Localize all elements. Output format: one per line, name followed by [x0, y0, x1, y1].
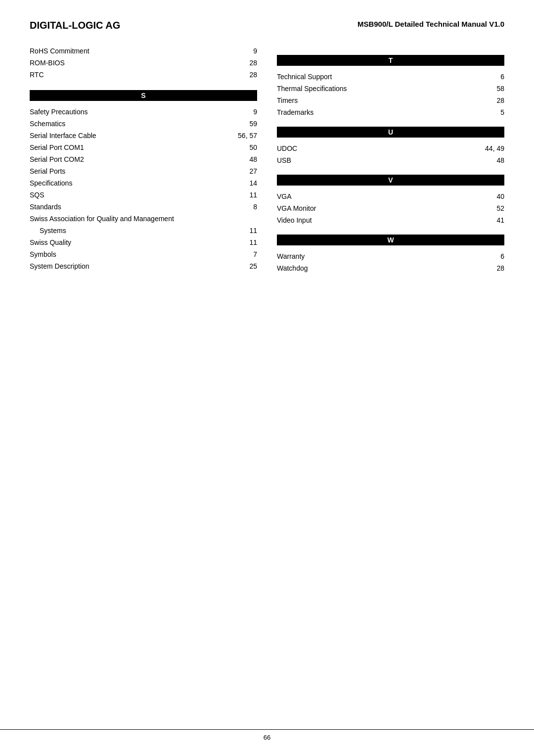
list-item: Standards8 — [30, 202, 257, 212]
entry-label: Serial Port COM2 — [30, 154, 227, 165]
entry-page: 5 — [475, 107, 504, 118]
entry-page: 11 — [227, 190, 257, 200]
entry-page: 58 — [475, 84, 504, 94]
entry-page: 6 — [475, 251, 504, 262]
entry-page: 14 — [227, 178, 257, 189]
list-item: USB48 — [277, 155, 504, 166]
page-footer: 66 — [0, 729, 534, 741]
entry-label: Specifications — [30, 178, 227, 189]
u-header: U — [277, 127, 504, 138]
right-column: T Technical Support6Thermal Specificatio… — [277, 46, 504, 275]
page-number: 66 — [264, 734, 270, 741]
w-header: W — [277, 235, 504, 245]
s-header: S — [30, 90, 257, 101]
list-item: Safety Precautions9 — [30, 107, 257, 117]
entry-label: UDOC — [277, 143, 475, 154]
entry-page: 44, 49 — [475, 143, 504, 154]
list-item: SQS11 — [30, 190, 257, 200]
list-item: Serial Port COM150 — [30, 142, 257, 153]
list-item: Serial Port COM248 — [30, 154, 257, 165]
list-item: Trademarks5 — [277, 107, 504, 118]
entry-page: 48 — [227, 154, 257, 165]
page-header: DIGITAL-LOGIC AG MSB900/L Detailed Techn… — [30, 20, 504, 31]
r-entries: RoHS Commitment9ROM-BIOS28RTC28 — [30, 46, 257, 80]
entry-label: Warranty — [277, 251, 475, 262]
entry-label: Timers — [277, 95, 475, 106]
entry-label: SQS — [30, 190, 227, 200]
entry-page: 6 — [475, 72, 504, 82]
left-column: RoHS Commitment9ROM-BIOS28RTC28 S Safety… — [30, 46, 257, 275]
list-item: Technical Support6 — [277, 72, 504, 82]
entry-page: 28 — [227, 58, 257, 68]
entry-page: 9 — [227, 46, 257, 56]
entry-label: RTC — [30, 70, 227, 80]
list-item: Warranty6 — [277, 251, 504, 262]
entry-page: 50 — [227, 142, 257, 153]
list-item: Symbols7 — [30, 249, 257, 260]
entry-page: 28 — [475, 263, 504, 274]
list-item: ROM-BIOS28 — [30, 58, 257, 68]
entry-label: Standards — [30, 202, 227, 212]
w-section: W Warranty6Watchdog28 — [277, 235, 504, 274]
entry-label: VGA — [277, 191, 475, 202]
entry-label: Serial Interface Cable — [30, 131, 227, 141]
u-section: U UDOC44, 49USB48 — [277, 127, 504, 166]
entry-page: 27 — [227, 166, 257, 177]
list-item: Serial Interface Cable56, 57 — [30, 131, 257, 141]
entry-label: Trademarks — [277, 107, 475, 118]
s-section: S Safety Precautions9Schematics59Serial … — [30, 90, 257, 272]
entry-page — [227, 214, 257, 224]
entry-page: 52 — [475, 203, 504, 214]
entry-label: Schematics — [30, 119, 227, 129]
t-section: T Technical Support6Thermal Specificatio… — [277, 55, 504, 118]
page-container: DIGITAL-LOGIC AG MSB900/L Detailed Techn… — [0, 0, 534, 756]
entry-page: 11 — [227, 226, 257, 236]
v-section: V VGA40VGA Monitor52Video Input41 — [277, 175, 504, 226]
entry-page: 11 — [227, 237, 257, 248]
manual-title: MSB900/L Detailed Technical Manual V1.0 — [357, 20, 504, 28]
entry-page: 59 — [227, 119, 257, 129]
t-entries: Technical Support6Thermal Specifications… — [277, 72, 504, 118]
entry-label: Safety Precautions — [30, 107, 227, 117]
entry-label: Watchdog — [277, 263, 475, 274]
entry-label: Systems — [40, 226, 227, 236]
list-item: Timers28 — [277, 95, 504, 106]
list-item: System Description25 — [30, 261, 257, 272]
entry-label: Technical Support — [277, 72, 475, 82]
entry-label: Symbols — [30, 249, 227, 260]
content-area: RoHS Commitment9ROM-BIOS28RTC28 S Safety… — [30, 46, 504, 275]
list-item: Specifications14 — [30, 178, 257, 189]
entry-page: 56, 57 — [227, 131, 257, 141]
list-item: Schematics59 — [30, 119, 257, 129]
entry-page: 7 — [227, 249, 257, 260]
s-entries: Safety Precautions9Schematics59Serial In… — [30, 107, 257, 272]
t-header: T — [277, 55, 504, 66]
entry-page: 25 — [227, 261, 257, 272]
w-entries: Warranty6Watchdog28 — [277, 251, 504, 274]
entry-label: Serial Ports — [30, 166, 227, 177]
u-entries: UDOC44, 49USB48 — [277, 143, 504, 166]
list-item: UDOC44, 49 — [277, 143, 504, 154]
entry-label: Swiss Association for Quality and Manage… — [30, 214, 227, 224]
list-item: Thermal Specifications58 — [277, 84, 504, 94]
entry-label: System Description — [30, 261, 227, 272]
list-item: RoHS Commitment9 — [30, 46, 257, 56]
entry-label: USB — [277, 155, 475, 166]
list-item: VGA Monitor52 — [277, 203, 504, 214]
entry-label: Serial Port COM1 — [30, 142, 227, 153]
list-item: Video Input41 — [277, 215, 504, 226]
entry-label: Thermal Specifications — [277, 84, 475, 94]
list-item: Swiss Quality11 — [30, 237, 257, 248]
v-entries: VGA40VGA Monitor52Video Input41 — [277, 191, 504, 226]
entry-page: 28 — [475, 95, 504, 106]
entry-page: 48 — [475, 155, 504, 166]
list-item: Systems11 — [30, 226, 257, 236]
entry-page: 41 — [475, 215, 504, 226]
entry-label: ROM-BIOS — [30, 58, 227, 68]
entry-page: 8 — [227, 202, 257, 212]
entry-label: RoHS Commitment — [30, 46, 227, 56]
entry-page: 9 — [227, 107, 257, 117]
list-item: Serial Ports27 — [30, 166, 257, 177]
entry-page: 40 — [475, 191, 504, 202]
list-item: Swiss Association for Quality and Manage… — [30, 214, 257, 224]
